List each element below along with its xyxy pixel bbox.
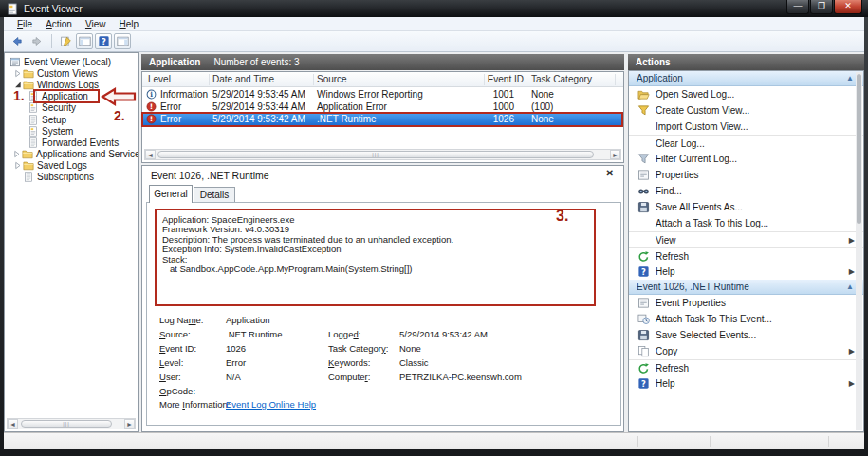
titlebar[interactable]: Event Viewer —❐✕ (0, 0, 868, 17)
action-refresh[interactable]: Refresh (629, 247, 863, 264)
action-open-saved-log[interactable]: Open Saved Log... (629, 86, 863, 102)
list-scroll-thumb[interactable]: ||| (157, 151, 594, 158)
actions-scroll-thumb[interactable] (857, 74, 861, 224)
tree-item-forwarded-events[interactable]: Forwarded Events (5, 137, 138, 148)
scroll-left-icon[interactable]: ◄ (145, 150, 156, 159)
action-label: Event Properties (656, 298, 726, 308)
column-header-date-and-time[interactable]: Date and Time (212, 74, 274, 84)
action-view[interactable]: View▶ (629, 231, 863, 247)
tree-item-security[interactable]: Security (5, 102, 138, 114)
tree-item-label: Applications and Services Lo (36, 149, 138, 159)
twisty-expanded-icon[interactable] (13, 81, 22, 89)
task-icon (636, 313, 651, 325)
list-column-header[interactable]: LevelDate and TimeSourceEvent IDTask Cat… (142, 72, 623, 87)
back-button[interactable] (9, 33, 26, 49)
field-label-level: Level: (159, 357, 183, 368)
menu-view[interactable]: View (79, 19, 113, 29)
minimize-button[interactable]: — (786, 0, 809, 14)
tree-item-label: Custom Views (37, 68, 98, 79)
column-separator[interactable] (209, 74, 210, 85)
action-pane-button[interactable] (114, 33, 131, 49)
actions-section-application[interactable]: Application▲ (629, 71, 863, 86)
tree-item-windows-logs[interactable]: Windows Logs (5, 79, 138, 90)
action-import-custom-view[interactable]: Import Custom View... (629, 119, 863, 135)
console-tree-button[interactable] (76, 33, 93, 49)
tree-item-subscriptions[interactable]: Subscriptions (5, 172, 138, 183)
column-separator[interactable] (313, 74, 314, 85)
menu-help[interactable]: Help (112, 19, 145, 29)
submenu-arrow-icon: ▶ (849, 347, 855, 356)
action-refresh[interactable]: Refresh (629, 359, 863, 375)
menu-file[interactable]: File (10, 19, 39, 29)
column-header-task-category[interactable]: Task Category (531, 74, 592, 84)
actions-section-event-1026-net-runtime[interactable]: Event 1026, .NET Runtime▲ (629, 280, 863, 295)
menu-action[interactable]: Action (39, 19, 79, 29)
tree-item-applications-and-services-lo[interactable]: Applications and Services Lo (5, 149, 138, 160)
action-help[interactable]: ?Help▶ (629, 264, 863, 280)
action-create-custom-view[interactable]: Create Custom View... (629, 102, 863, 119)
close-icon[interactable]: ✕ (606, 168, 614, 178)
action-save-selected-events[interactable]: Save Selected Events... (629, 327, 863, 343)
folder-icon (23, 160, 34, 171)
log-icon (28, 102, 39, 113)
field-value-task-category: None (399, 343, 421, 354)
scroll-right-icon[interactable]: ► (124, 419, 135, 429)
action-copy[interactable]: Copy▶ (629, 343, 863, 359)
column-separator[interactable] (526, 74, 526, 85)
tree-item-application[interactable]: Application (5, 91, 138, 102)
field-value-log-name: Application (226, 315, 269, 325)
collapse-icon[interactable]: ▲ (846, 283, 854, 291)
tree-item-event-viewer-local[interactable]: Event Viewer (Local) (5, 56, 138, 67)
field-label-event-id: Event ID: (159, 343, 196, 354)
action-event-properties[interactable]: Event Properties (629, 295, 863, 311)
action-properties[interactable]: Properties (629, 167, 863, 183)
action-clear-log[interactable]: Clear Log... (629, 135, 863, 151)
action-save-all-events-as[interactable]: Save All Events As... (629, 199, 863, 215)
tree-item-custom-views[interactable]: Custom Views (5, 67, 138, 79)
field-label-log-name: Log Name: (159, 315, 204, 325)
scroll-right-icon[interactable]: ► (610, 150, 620, 159)
twisty-collapsed-icon[interactable] (13, 69, 22, 78)
action-label: Attach a Task To this Log... (656, 218, 768, 228)
twisty-collapsed-icon[interactable] (13, 161, 22, 170)
event-log-online-help-link[interactable]: Event Log Online Help (226, 399, 316, 410)
twisty-collapsed-icon[interactable] (13, 150, 21, 158)
action-help[interactable]: ?Help▶ (629, 375, 863, 392)
actions-vertical-scrollbar[interactable] (856, 72, 862, 430)
action-filter-current-log[interactable]: Filter Current Log... (629, 151, 863, 167)
tree-item-label: Subscriptions (37, 172, 94, 182)
open-log-button[interactable] (57, 33, 74, 49)
event-row-1001[interactable]: iInformation5/29/2014 9:53:45 AMWindows … (142, 88, 623, 100)
column-separator[interactable] (484, 74, 485, 85)
tab-general[interactable]: General (149, 185, 193, 203)
close-button[interactable]: ✕ (834, 0, 862, 14)
tree-item-system[interactable]: System (5, 125, 138, 137)
forward-button[interactable] (28, 33, 45, 49)
console-tree-icon (79, 35, 91, 47)
cell: Information (160, 89, 208, 100)
toolbar: ? (4, 31, 864, 52)
tree-item-label: Windows Logs (37, 80, 99, 90)
tree-item-setup[interactable]: Setup (5, 114, 138, 125)
tree-item-saved-logs[interactable]: Saved Logs (5, 160, 138, 172)
list-horizontal-scrollbar[interactable]: ◄ ||| ► (144, 149, 621, 160)
column-separator[interactable] (615, 74, 616, 85)
log-icon (28, 126, 39, 137)
tree-horizontal-scrollbar[interactable]: ◄ ||| ► (7, 418, 136, 429)
column-header-event-id[interactable]: Event ID (488, 74, 524, 84)
event-row-1026[interactable]: !Error5/29/2014 9:53:42 AM.NET Runtime10… (142, 113, 623, 125)
tree-scroll-thumb[interactable]: ||| (21, 420, 112, 428)
cell: 1026 (493, 114, 514, 124)
cell: None (531, 114, 554, 124)
maximize-button[interactable]: ❐ (810, 0, 833, 14)
action-find[interactable]: Find... (629, 183, 863, 199)
collapse-icon[interactable]: ▲ (846, 74, 854, 82)
column-header-source[interactable]: Source (317, 74, 347, 84)
tab-details[interactable]: Details (194, 187, 235, 203)
action-attach-task-to-this-event[interactable]: Attach Task To This Event... (629, 311, 863, 327)
action-attach-a-task-to-this-log[interactable]: Attach a Task To this Log... (629, 215, 863, 231)
scroll-left-icon[interactable]: ◄ (8, 419, 18, 429)
column-header-level[interactable]: Level (148, 74, 171, 84)
event-row-1000[interactable]: !Error5/29/2014 9:53:44 AMApplication Er… (142, 100, 623, 113)
help-button[interactable]: ? (95, 33, 112, 49)
